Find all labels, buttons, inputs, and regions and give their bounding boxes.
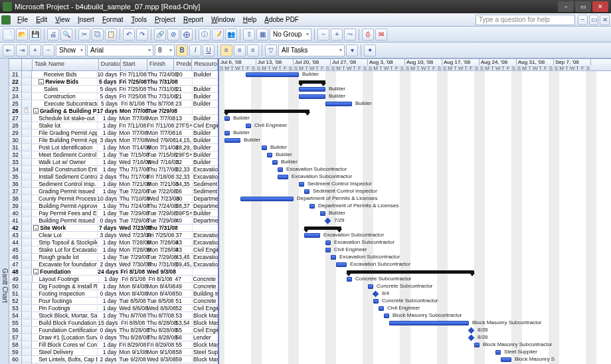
table-row[interactable]: 23Sales5 daysFri 7/25/08Thu 7/31/0821Bui… <box>9 86 218 93</box>
align-right-button[interactable]: ≡ <box>247 45 259 56</box>
menu-project[interactable]: Project <box>151 15 179 25</box>
task-bar[interactable] <box>304 233 320 238</box>
col-pred[interactable]: Predecessors <box>174 59 192 70</box>
gantt-row[interactable]: Builder <box>219 100 611 108</box>
task-bar[interactable] <box>309 204 315 209</box>
table-row[interactable]: 36Sediment Control Insp.1 dayMon 7/21/08… <box>9 181 218 188</box>
minimize-button[interactable]: − <box>558 1 574 12</box>
task-bar[interactable] <box>278 167 283 172</box>
task-bar[interactable] <box>347 277 352 282</box>
table-row[interactable]: 41Building Permit Issued0 daysTue 7/29/0… <box>9 217 218 225</box>
col-resources[interactable]: Resource Names <box>192 59 218 70</box>
menu-insert[interactable]: Insert <box>74 15 98 25</box>
bold-button[interactable]: B <box>176 45 188 56</box>
menu-window[interactable]: Window <box>207 15 239 25</box>
print-preview-button[interactable]: 🔍 <box>60 29 72 41</box>
week-header[interactable]: Aug 3, '08 <box>368 59 405 65</box>
task-bar[interactable] <box>501 357 511 362</box>
align-center-button[interactable]: ≡ <box>234 45 246 56</box>
task-bar[interactable] <box>474 343 480 347</box>
week-header[interactable]: Jul 27, '08 <box>331 59 368 65</box>
maximize-button[interactable]: ▭ <box>575 1 591 12</box>
font-select[interactable]: Arial <box>87 45 153 56</box>
gantt-row[interactable]: Builder <box>219 151 611 159</box>
task-bar[interactable] <box>278 175 288 179</box>
task-bar[interactable] <box>325 102 352 106</box>
table-row[interactable]: 55Build Block Foundation15 daysFri 8/8/0… <box>9 319 218 327</box>
align-left-button[interactable]: ≡ <box>220 45 232 56</box>
redo-button[interactable]: ↷ <box>136 29 148 41</box>
task-bar[interactable] <box>240 197 294 201</box>
mdi-close-button[interactable]: ✕ <box>600 15 610 25</box>
show-select[interactable]: Show <box>56 45 86 56</box>
table-row[interactable]: 26📋-Grading & Building Permits17 daysMon… <box>9 108 218 115</box>
table-row[interactable]: 53Pin Footings1 dayWed 8/6/08Wed 8/6/085… <box>9 305 218 312</box>
gantt-row[interactable] <box>219 268 611 276</box>
table-row[interactable]: 56Foundation Certification0 daysThu 8/28… <box>9 327 218 334</box>
gantt-row[interactable]: 8/4 <box>219 290 611 298</box>
gantt-row[interactable]: 8/28 <box>219 327 611 334</box>
week-header[interactable]: Aug 10, '08 <box>405 59 442 65</box>
milestone-marker[interactable] <box>468 327 475 334</box>
task-bar[interactable] <box>368 284 373 289</box>
table-row[interactable]: 30File Building Permit Application3 days… <box>9 137 218 144</box>
pdf-button[interactable]: ⎙ <box>362 29 374 41</box>
task-bar[interactable] <box>320 211 325 216</box>
gantt-row[interactable]: Sediment Control Inspector <box>219 181 611 188</box>
col-start[interactable]: Start <box>121 59 147 70</box>
table-row[interactable]: 51Footing Inspection0 daysMon 8/4/08Mon … <box>9 290 218 298</box>
task-bar[interactable] <box>389 321 469 325</box>
table-row[interactable]: 58Fill Block Cores w/ Concrete1 dayFri 8… <box>9 341 218 349</box>
gantt-row[interactable]: Builder <box>219 71 611 78</box>
gantt-row[interactable]: Builder <box>219 210 611 217</box>
gantt-row[interactable]: Builder <box>219 159 611 166</box>
task-bar[interactable] <box>373 299 379 304</box>
task-bar[interactable] <box>325 240 331 245</box>
summary-bar[interactable] <box>347 270 474 274</box>
summary-bar[interactable] <box>299 80 325 84</box>
wizard-button[interactable]: ✦ <box>364 45 376 56</box>
menu-tools[interactable]: Tools <box>128 15 151 25</box>
table-row[interactable]: 29File Grading Permit Application1 dayMo… <box>9 130 218 137</box>
task-bar[interactable] <box>246 72 299 77</box>
gantt-row[interactable]: Builder <box>219 130 611 137</box>
task-bar[interactable] <box>299 87 325 92</box>
gantt-row[interactable]: Excavation Subcontractor <box>219 166 611 173</box>
table-row[interactable]: 31Post Lot Identification1 dayMon 7/14/0… <box>9 144 218 151</box>
gantt-row[interactable]: Block Masonry Subcontractor <box>219 312 611 319</box>
gantt-row[interactable]: Department of Permits & Licenses <box>219 195 611 203</box>
col-indicators[interactable] <box>22 59 33 70</box>
task-bar[interactable] <box>224 138 240 143</box>
table-row[interactable]: 22-Review Bids5 daysFri 7/25/08Thu 7/31/… <box>9 78 218 86</box>
fontsize-select[interactable]: 8 <box>155 45 175 56</box>
filter-select[interactable]: All Tasks <box>278 45 345 56</box>
table-row[interactable]: 32Meet Sediment Control Inspector1 dayTu… <box>9 151 218 159</box>
gantt-row[interactable]: Block Masonry Subcontractor <box>219 341 611 349</box>
gantt-row[interactable]: Builder <box>219 86 611 93</box>
menu-adobe-pdf[interactable]: Adobe PDF <box>260 15 303 25</box>
menu-edit[interactable]: Edit <box>32 15 51 25</box>
print-button[interactable]: 🖨 <box>47 29 59 41</box>
col-finish[interactable]: Finish <box>147 59 174 70</box>
table-row[interactable]: 37Grading Permit Issued1 dayTue 7/22/08T… <box>9 188 218 195</box>
gantt-row[interactable]: Concrete Subcontractor <box>219 283 611 290</box>
col-duration[interactable]: Duration <box>99 59 121 70</box>
milestone-marker[interactable] <box>325 218 331 225</box>
menu-file[interactable]: File <box>13 15 32 25</box>
week-header[interactable]: Aug 17, '08 <box>442 59 480 65</box>
table-row[interactable]: 39Building Permit Approved1 dayThu 7/24/… <box>9 203 218 210</box>
gantt-row[interactable]: Civil Engineer <box>219 305 611 312</box>
gantt-row[interactable] <box>219 78 611 86</box>
summary-bar[interactable] <box>304 227 341 230</box>
menu-help[interactable]: Help <box>239 15 261 25</box>
unlink-button[interactable]: ⊘ <box>167 29 179 41</box>
info-button[interactable]: ⓘ <box>199 29 211 41</box>
gantt-row[interactable]: Builder <box>219 144 611 151</box>
table-row[interactable]: 52Pour footings1 dayTue 8/5/08Tue 8/5/08… <box>9 298 218 305</box>
group-select[interactable]: No Group <box>270 29 311 41</box>
table-row[interactable]: 33Walk Lot w/ Owner1 dayWed 7/16/08Wed 7… <box>9 159 218 166</box>
table-row[interactable]: 42-Site Work7 daysWed 7/23/08Thu 7/31/08 <box>9 225 218 232</box>
outdent-button[interactable]: ⇤ <box>3 45 15 56</box>
table-row[interactable]: 38County Permit Process10 daysThu 7/10/0… <box>9 195 218 203</box>
gantt-row[interactable]: Builder <box>219 115 611 122</box>
